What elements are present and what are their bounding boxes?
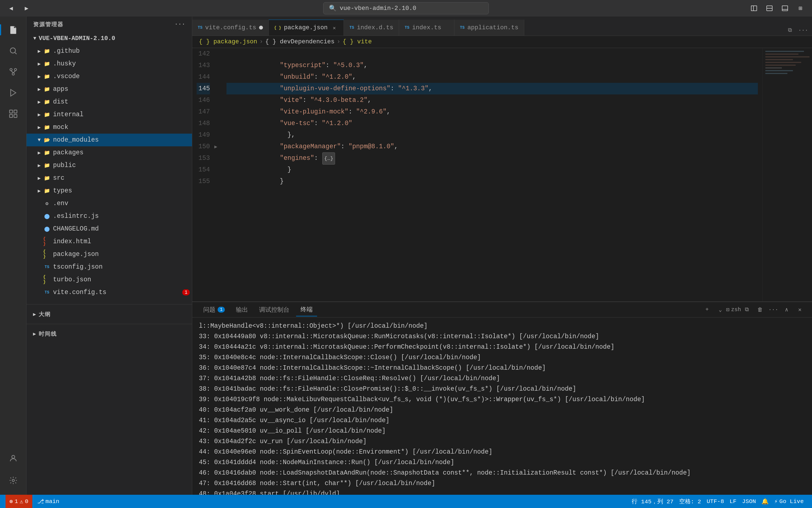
status-language[interactable]: JSON xyxy=(739,498,759,505)
code-area[interactable]: "typescript": "^5.0.3", "unbuild": "^1.2… xyxy=(222,48,762,301)
more-layout-icon[interactable]: ⊞ xyxy=(794,2,807,14)
sidebar-toggle-icon[interactable] xyxy=(748,2,760,14)
activity-account[interactable] xyxy=(3,449,23,468)
breadcrumb-item-3[interactable]: { } vite xyxy=(342,38,372,45)
tab-application-ts[interactable]: TS application.ts xyxy=(454,19,524,36)
sidebar-item-mock[interactable]: ▶ 📁 mock xyxy=(27,121,192,134)
label-husky: .husky xyxy=(53,60,192,68)
svg-rect-27 xyxy=(765,70,793,71)
status-go-live[interactable]: ⚡ Go Live xyxy=(771,498,807,505)
panel-tab-debug[interactable]: 调试控制台 xyxy=(255,303,294,316)
panel-tab-terminal[interactable]: 终端 xyxy=(296,303,317,316)
sidebar-item-types[interactable]: ▶ 📁 types xyxy=(27,184,192,197)
panel-tab-output[interactable]: 输出 xyxy=(232,303,252,316)
sidebar-item-vite-config[interactable]: ▶ TS vite.config.ts 1 xyxy=(27,286,192,299)
svg-rect-17 xyxy=(14,110,17,113)
panel-tab-problems[interactable]: 问题 1 xyxy=(199,303,229,316)
breadcrumb-item-1[interactable]: { } package.json xyxy=(199,38,257,45)
sidebar-item-turbo[interactable]: ▶ { } turbo.json xyxy=(27,273,192,286)
warning-count: 0 xyxy=(25,498,29,505)
file-icon-package-json: { } xyxy=(43,250,51,258)
tab-label-application: application.ts xyxy=(467,24,518,31)
activity-source-control[interactable] xyxy=(3,62,23,82)
status-spaces[interactable]: 空格: 2 xyxy=(677,498,704,505)
tab-vite-config[interactable]: TS vite.config.ts xyxy=(192,19,269,36)
panel-shell-button[interactable]: ⊡ zsh xyxy=(728,304,739,315)
panel-more-button[interactable]: ··· xyxy=(768,304,779,315)
activity-settings[interactable] xyxy=(3,470,23,490)
sidebar-item-vscode[interactable]: ▶ 📁 .vscode xyxy=(27,70,192,83)
status-branch[interactable]: ⎇ main xyxy=(35,495,62,508)
vite-config-badge: 1 xyxy=(182,289,190,295)
terminal-line-7: 39: 0x104019c9f8 node::MakeLibuvRequestC… xyxy=(199,394,805,405)
error-count: 1 xyxy=(15,498,18,505)
sidebar-item-husky[interactable]: ▶ 📁 .husky xyxy=(27,57,192,70)
sidebar-item-package-json[interactable]: ▶ { } package.json xyxy=(27,248,192,261)
status-bar: ⊗ 1 ⚠ 0 ⎇ main 行 145，列 27 空格: 2 UTF-8 LF… xyxy=(0,495,812,508)
sidebar-item-tsconfig[interactable]: ▶ TS tsconfig.json xyxy=(27,261,192,273)
error-count-icon: ⊗ xyxy=(9,498,13,505)
back-button[interactable]: ◀ xyxy=(5,3,16,14)
sidebar-item-node-modules[interactable]: ▼ 📂 node_modules xyxy=(27,134,192,146)
sidebar-item-internal[interactable]: ▶ 📁 internal xyxy=(27,108,192,121)
forward-button[interactable]: ▶ xyxy=(21,3,32,14)
root-item[interactable]: ▼ VUE-VBEN-ADMIN-2.10.0 xyxy=(27,32,192,45)
activity-extensions[interactable] xyxy=(3,104,23,124)
encoding-text: UTF-8 xyxy=(706,498,724,505)
sidebar-item-dist[interactable]: ▶ 📁 dist xyxy=(27,95,192,108)
expand-arrow-150[interactable]: ▶ xyxy=(214,141,222,153)
sidebar-item-packages[interactable]: ▶ 📁 packages xyxy=(27,146,192,159)
label-src: src xyxy=(53,174,192,182)
tab-close-package[interactable]: ✕ xyxy=(330,24,338,32)
sidebar-item-apps[interactable]: ▶ 📁 apps xyxy=(27,83,192,95)
tab-more-button[interactable]: ··· xyxy=(798,25,809,36)
panel-dropdown-button[interactable]: ⌄ xyxy=(715,304,726,315)
layout-icon[interactable] xyxy=(763,2,776,14)
svg-rect-15 xyxy=(14,115,17,118)
sidebar-item-src[interactable]: ▶ 📁 src xyxy=(27,172,192,184)
status-notification[interactable]: 🔔 xyxy=(759,498,771,505)
status-encoding[interactable]: UTF-8 xyxy=(704,498,727,505)
activity-search[interactable] xyxy=(3,41,23,61)
editor-area[interactable]: 142 143 144 145 146 147 148 149 150 153 … xyxy=(192,48,812,301)
tab-index-ts[interactable]: TS index.ts xyxy=(399,19,454,36)
sidebar-item-index-html[interactable]: ▶ { } index.html xyxy=(27,235,192,248)
status-line-ending[interactable]: LF xyxy=(727,498,739,505)
panel-toggle-icon[interactable] xyxy=(779,2,791,14)
panel-split-button[interactable]: ⧉ xyxy=(741,304,752,315)
sidebar-item-changelog[interactable]: ▶ ⬤ CHANGELOG.md xyxy=(27,222,192,235)
tab-package-json[interactable]: { } package.json ✕ xyxy=(269,19,344,36)
tab-index-d[interactable]: TS index.d.ts xyxy=(344,19,399,36)
sidebar-item-eslintrc[interactable]: ▶ ⬤ .eslintrc.js xyxy=(27,210,192,222)
panel-trash-button[interactable]: 🗑 xyxy=(755,304,766,315)
panel-collapse-button[interactable]: ∧ xyxy=(781,304,792,315)
outline-section[interactable]: ▶ 大纲 xyxy=(27,308,192,321)
timeline-section[interactable]: ▶ 时间线 xyxy=(27,328,192,340)
terminal-line-6: 38: 0x1041badac node::fs::FileHandle::Cl… xyxy=(199,384,805,394)
terminal-line-1: 33: 0x104449a80 v8::internal::MicrotaskQ… xyxy=(199,331,805,342)
search-text: vue-vben-admin-2.10.0 xyxy=(340,5,416,12)
sidebar-item-env[interactable]: ▶ ⚙️ .env xyxy=(27,197,192,210)
split-editor-button[interactable]: ⧉ xyxy=(784,25,796,36)
label-vscode: .vscode xyxy=(53,73,192,80)
terminal-line-2: 34: 0x10444a21c v8::internal::MicrotaskQ… xyxy=(199,342,805,352)
breadcrumb-item-2[interactable]: { } devDependencies xyxy=(265,38,334,45)
warning-icon: ⚠ xyxy=(19,498,23,505)
svg-line-11 xyxy=(11,71,13,73)
sidebar-more-button[interactable]: ··· xyxy=(174,21,185,28)
activity-run[interactable] xyxy=(3,83,23,103)
terminal-area[interactable]: l::MaybeHandle<v8::internal::Object>*) [… xyxy=(192,318,812,495)
status-error-item[interactable]: ⊗ 1 ⚠ 0 xyxy=(5,495,32,508)
sidebar-item-public[interactable]: ▶ 📁 public xyxy=(27,159,192,172)
status-line-col[interactable]: 行 145，列 27 xyxy=(629,498,676,505)
expand-engines[interactable]: {…} xyxy=(322,153,335,165)
label-dist: dist xyxy=(53,98,192,105)
activity-explorer[interactable] xyxy=(3,20,23,40)
sidebar-item-github[interactable]: ▶ 📁 .github xyxy=(27,45,192,57)
search-bar[interactable]: 🔍 vue-vben-admin-2.10.0 xyxy=(323,2,489,14)
terminal-line-14: 46: 0x10416dab0 node::LoadSnapshotDataAn… xyxy=(199,468,805,478)
file-icon-eslintrc: ⬤ xyxy=(43,212,51,220)
panel-add-button[interactable]: + xyxy=(701,304,713,315)
panel-close-button[interactable]: ✕ xyxy=(794,304,805,315)
chevron-types: ▶ xyxy=(35,187,43,195)
